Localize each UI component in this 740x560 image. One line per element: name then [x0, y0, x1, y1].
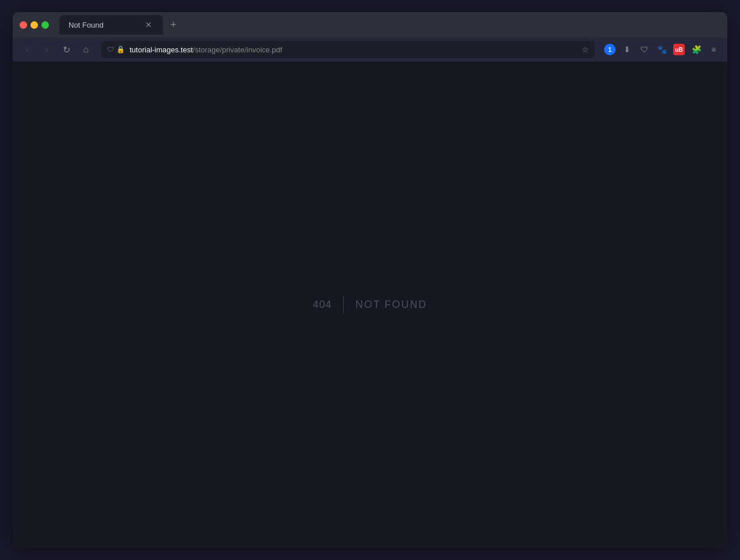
- address-bar[interactable]: 🛡 🔒 tutorial-images.test/storage/private…: [101, 41, 595, 58]
- ublock-icon: uB: [673, 44, 685, 55]
- tab-title: Not Found: [69, 21, 139, 29]
- hamburger-icon: ≡: [711, 45, 716, 54]
- forward-icon: ›: [45, 44, 48, 55]
- page-content: 404 NOT FOUND: [13, 62, 727, 548]
- extensions-button[interactable]: 🧩: [688, 41, 704, 58]
- error-message: NOT FOUND: [355, 299, 427, 311]
- close-button[interactable]: [20, 21, 27, 29]
- shield-icon: 🛡: [107, 45, 114, 54]
- lock-icon: 🔒: [116, 45, 125, 54]
- address-domain: tutorial-images.test: [130, 45, 193, 54]
- 1password-icon: 1: [604, 44, 616, 55]
- forward-button[interactable]: ›: [38, 41, 55, 58]
- home-button[interactable]: ⌂: [77, 41, 94, 58]
- ublock-button[interactable]: uB: [671, 41, 687, 58]
- download-button[interactable]: ⬇: [619, 41, 635, 58]
- address-text: tutorial-images.test/storage/private/inv…: [130, 45, 577, 54]
- back-icon: ‹: [25, 44, 28, 55]
- shield-extension-button[interactable]: 🛡: [636, 41, 652, 58]
- download-icon: ⬇: [624, 45, 631, 54]
- active-tab[interactable]: Not Found ✕: [59, 15, 163, 35]
- browser-window: Not Found ✕ + ‹ › ↻ ⌂ 🛡 🔒 tutorial-image…: [13, 12, 727, 548]
- address-path: /storage/private/invoice.pdf: [193, 45, 282, 54]
- puzzle-icon: 🧩: [692, 45, 701, 54]
- info-button[interactable]: 1: [602, 41, 618, 58]
- home-icon: ⌂: [83, 44, 89, 55]
- bookmark-icon[interactable]: ☆: [582, 45, 589, 54]
- error-container: 404 NOT FOUND: [313, 296, 427, 314]
- toolbar-extensions: 1 ⬇ 🛡 🐾 uB 🧩 ≡: [602, 41, 722, 58]
- back-button[interactable]: ‹: [18, 41, 36, 58]
- address-bar-icons: 🛡 🔒: [107, 45, 125, 54]
- menu-button[interactable]: ≡: [705, 41, 722, 58]
- shield-extension-icon: 🛡: [640, 45, 648, 54]
- claw-extension-button[interactable]: 🐾: [654, 41, 670, 58]
- traffic-lights: [20, 21, 49, 29]
- new-tab-button[interactable]: +: [165, 17, 181, 33]
- tab-bar: Not Found ✕ +: [59, 15, 720, 35]
- title-bar: Not Found ✕ +: [13, 12, 727, 37]
- error-code: 404: [313, 299, 332, 311]
- minimize-button[interactable]: [31, 21, 38, 29]
- error-divider: [343, 296, 344, 314]
- toolbar: ‹ › ↻ ⌂ 🛡 🔒 tutorial-images.test/storage…: [13, 37, 727, 62]
- tab-close-button[interactable]: ✕: [143, 20, 154, 30]
- reload-icon: ↻: [63, 44, 70, 55]
- reload-button[interactable]: ↻: [58, 41, 75, 58]
- maximize-button[interactable]: [41, 21, 49, 29]
- claw-icon: 🐾: [657, 45, 667, 54]
